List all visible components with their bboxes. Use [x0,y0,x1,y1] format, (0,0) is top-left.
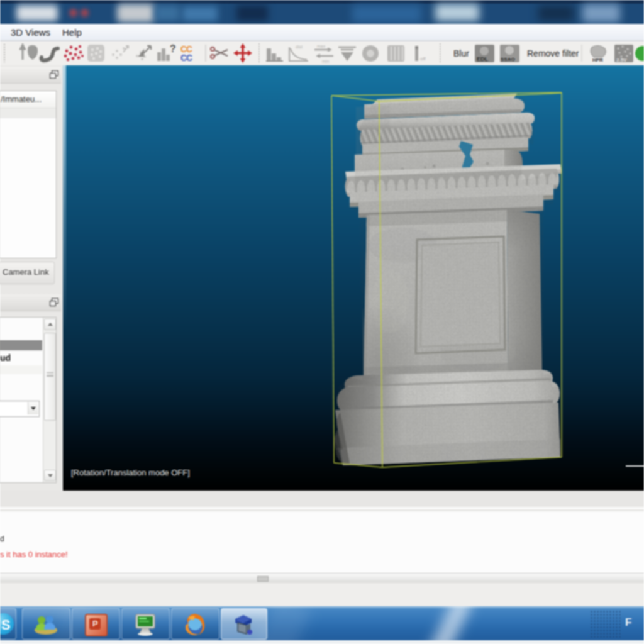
svg-text:Remove filter: Remove filter [527,48,579,58]
svg-text:HPR: HPR [592,57,603,63]
svg-text:EDL: EDL [477,56,489,62]
svg-text:CC: CC [180,53,192,63]
svg-text:[Rotation/Translation mode OFF: [Rotation/Translation mode OFF] [71,468,190,477]
svg-text:dist: dist [296,45,303,49]
svg-text:SSAO: SSAO [501,57,515,62]
svg-text:Blur: Blur [453,48,469,58]
svg-text:min: min [322,59,329,64]
svg-text:off: off [420,56,426,62]
svg-text:2.5V: 2.5V [616,57,627,63]
svg-text:max: max [317,44,326,48]
svg-text:?: ? [170,43,176,54]
